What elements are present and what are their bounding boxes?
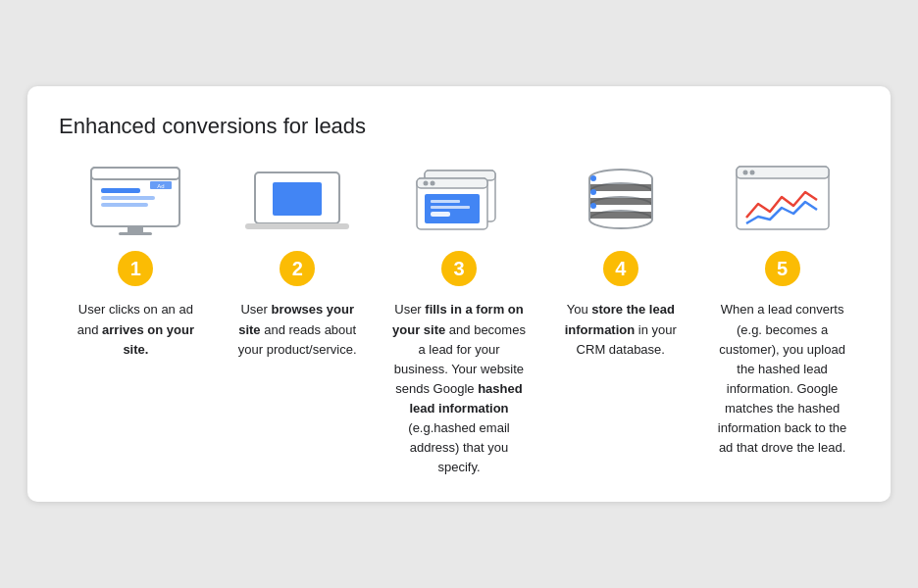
- step-3-text: User fills in a form on your site and be…: [390, 300, 528, 477]
- svg-rect-2: [128, 226, 143, 232]
- step-5-text: When a lead converts (e.g. becomes a cus…: [714, 300, 851, 458]
- step-1-number: 1: [118, 251, 153, 286]
- step-2-text: User browses your site and reads about y…: [229, 300, 366, 359]
- svg-rect-19: [431, 200, 460, 203]
- step-5-number: 5: [765, 251, 800, 286]
- svg-point-17: [430, 181, 434, 186]
- svg-point-40: [590, 203, 596, 209]
- step-5: 5 When a lead converts (e.g. becomes a c…: [705, 161, 859, 458]
- step-4-number: 4: [603, 251, 638, 286]
- main-card: Enhanced conversions for leads: [27, 86, 891, 501]
- svg-rect-35: [590, 184, 651, 191]
- svg-rect-6: [101, 203, 148, 207]
- svg-rect-11: [273, 182, 322, 216]
- step-2: 2 User browses your site and reads about…: [221, 161, 375, 359]
- svg-rect-4: [101, 188, 140, 193]
- svg-rect-10: [245, 223, 349, 229]
- svg-point-44: [749, 171, 754, 175]
- step-3-number: 3: [441, 251, 477, 286]
- step-3-icon: [400, 161, 518, 239]
- svg-point-39: [590, 189, 596, 195]
- step-3: 3 User fills in a form on your site and …: [382, 161, 536, 477]
- steps-row: Ad 1 User clicks on an ad and arrives on…: [59, 161, 859, 477]
- step-1-text: User clicks on an ad and arrives on your…: [67, 300, 204, 359]
- page-title: Enhanced conversions for leads: [59, 114, 859, 139]
- step-4: 4 You store the lead information in your…: [543, 161, 697, 359]
- svg-point-38: [590, 175, 596, 181]
- svg-rect-20: [431, 206, 470, 209]
- svg-rect-3: [119, 232, 152, 235]
- step-4-text: You store the lead information in your C…: [552, 300, 689, 359]
- svg-text:Ad: Ad: [158, 183, 165, 189]
- svg-rect-5: [101, 196, 155, 200]
- step-5-icon: [724, 161, 842, 239]
- svg-rect-1: [91, 168, 179, 179]
- step-2-number: 2: [280, 251, 315, 286]
- svg-rect-21: [431, 212, 450, 217]
- svg-point-43: [742, 171, 747, 175]
- svg-rect-37: [590, 212, 651, 219]
- step-1: Ad 1 User clicks on an ad and arrives on…: [59, 161, 213, 359]
- step-1-icon: Ad: [76, 161, 194, 239]
- svg-rect-36: [590, 198, 651, 205]
- step-2-icon: [238, 161, 356, 239]
- svg-point-16: [423, 181, 428, 186]
- step-4-icon: [562, 161, 680, 239]
